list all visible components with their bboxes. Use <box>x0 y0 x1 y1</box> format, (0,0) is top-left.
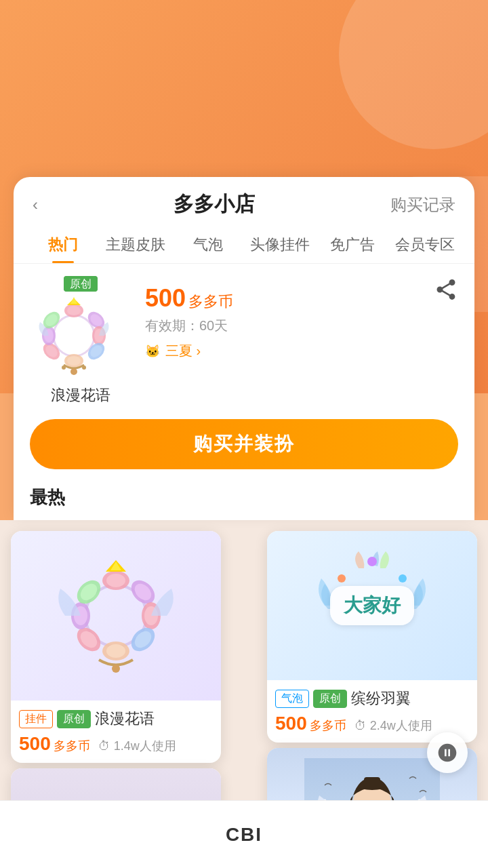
buy-button[interactable]: 购买并装扮 <box>30 419 458 469</box>
featured-author[interactable]: 三夏 › <box>165 342 201 360</box>
tab-bar: 热门 主题皮肤 气泡 头像挂件 免广告 会员专区 <box>14 218 474 264</box>
badge-pendant: 挂件 <box>19 710 53 728</box>
bubble-card-image: 大家好 <box>267 531 477 680</box>
clock-icon: ⏱ <box>354 719 367 732</box>
shop-title: 多多小店 <box>174 191 255 218</box>
float-chat-button[interactable] <box>427 732 468 773</box>
badge-original-2: 原创 <box>313 690 347 708</box>
tab-vip-zone[interactable]: 会员专区 <box>388 229 461 263</box>
badge-original-1: 原创 <box>57 710 91 728</box>
svg-point-10 <box>67 356 81 366</box>
flower-card-image <box>11 531 221 701</box>
featured-product: 原创 <box>14 264 474 419</box>
svg-point-44 <box>367 557 377 566</box>
item-name-1: 浪漫花语 <box>95 709 155 729</box>
svg-point-19 <box>70 368 77 375</box>
people-icon: ⏱ <box>98 739 110 753</box>
flower-price: 500 <box>19 733 51 755</box>
card-header: ‹ 多多小店 购买记录 <box>14 177 474 218</box>
featured-product-image-wrap: 原创 <box>30 277 131 406</box>
section-hot-label: 最热 <box>14 480 474 520</box>
tab-bubble[interactable]: 气泡 <box>171 229 244 263</box>
bottom-bar: CBI <box>0 800 488 868</box>
featured-price-row: 500 多多币 <box>145 284 458 313</box>
share-button[interactable] <box>434 277 461 304</box>
bubble-price: 500 <box>275 713 307 734</box>
svg-point-20 <box>62 366 66 370</box>
page: 丰富的个性装扮 ✦ 个性搭配 展示不一样的我 ✦ ‹ 多多小店 购买记录 热门 … <box>0 0 488 868</box>
featured-validity: 有效期：60天 <box>145 317 458 335</box>
svg-point-0 <box>54 315 94 356</box>
featured-product-info: 500 多多币 有效期：60天 🐱 三夏 › <box>145 277 458 360</box>
svg-point-2 <box>67 306 81 315</box>
svg-point-42 <box>338 574 346 583</box>
author-icon: 🐱 <box>145 344 160 359</box>
main-card: ‹ 多多小店 购买记录 热门 主题皮肤 气泡 头像挂件 免广告 会员专区 <box>14 177 474 520</box>
flower-users: ⏱ 1.4w人使用 <box>98 738 176 754</box>
badge-original-featured: 原创 <box>64 276 98 292</box>
tab-avatar-pendant[interactable]: 头像挂件 <box>244 229 317 263</box>
featured-product-name: 浪漫花语 <box>30 385 131 406</box>
flower-price-unit: 多多币 <box>54 738 90 754</box>
item-card-flower[interactable]: 挂件 原创 浪漫花语 500 多多币 ⏱ 1.4w人使用 <box>11 531 221 763</box>
bubble-price-unit: 多多币 <box>310 717 346 734</box>
svg-point-41 <box>112 665 120 673</box>
item-card-bubble[interactable]: 大家好 气泡 原创 缤纷羽翼 500 多多币 ⏱ 2.4w人使用 <box>267 531 477 743</box>
featured-author-row: 🐱 三夏 › <box>145 342 458 360</box>
tab-hot[interactable]: 热门 <box>27 229 100 263</box>
speech-bubble: 大家好 <box>330 586 414 625</box>
back-button[interactable]: ‹ <box>33 195 38 214</box>
svg-point-24 <box>106 574 125 587</box>
badge-bubble: 气泡 <box>275 690 309 708</box>
bubble-users: ⏱ 2.4w人使用 <box>354 717 432 734</box>
bubble-badges: 气泡 原创 缤纷羽翼 <box>275 688 469 709</box>
tab-theme-skin[interactable]: 主题皮肤 <box>100 229 172 263</box>
flower-card-info: 挂件 原创 浪漫花语 500 多多币 ⏱ 1.4w人使用 <box>11 701 221 763</box>
tab-no-ads[interactable]: 免广告 <box>317 229 389 263</box>
svg-marker-18 <box>70 297 77 304</box>
svg-point-21 <box>82 366 86 370</box>
flower-price-row: 500 多多币 ⏱ 1.4w人使用 <box>19 733 213 755</box>
item-name-2: 缤纷羽翼 <box>351 688 411 709</box>
featured-price-unit: 多多币 <box>188 292 233 312</box>
svg-point-32 <box>106 644 125 658</box>
svg-rect-63 <box>364 777 380 788</box>
bubble-price-row: 500 多多币 ⏱ 2.4w人使用 <box>275 713 469 734</box>
flower-badges: 挂件 原创 浪漫花语 <box>19 709 213 729</box>
featured-price: 500 <box>145 284 186 313</box>
cbi-logo: CBI <box>226 824 262 846</box>
purchase-history-button[interactable]: 购买记录 <box>390 194 455 216</box>
featured-flower-frame <box>30 292 118 380</box>
svg-point-43 <box>399 574 407 583</box>
